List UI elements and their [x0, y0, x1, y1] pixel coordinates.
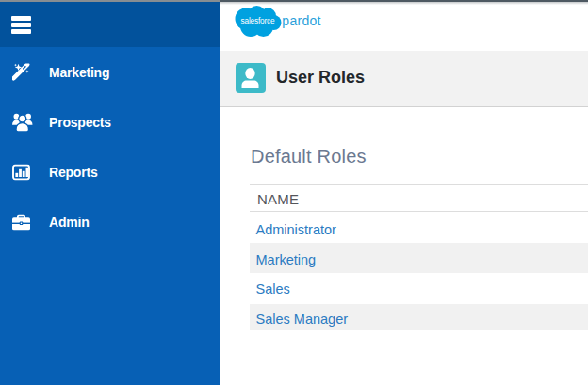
- svg-text:salesforce: salesforce: [240, 16, 274, 25]
